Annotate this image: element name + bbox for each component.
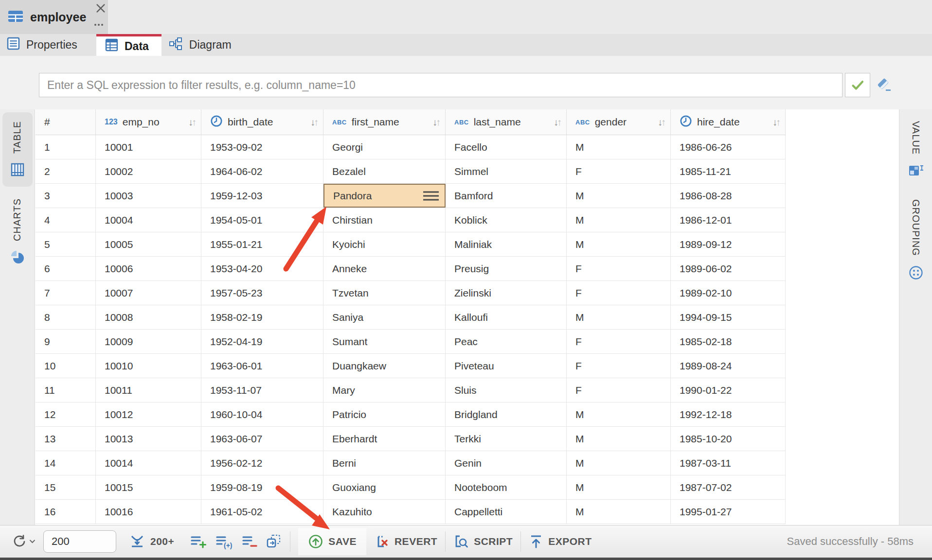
duplicate-row-button[interactable] bbox=[266, 534, 282, 549]
cell-last_name[interactable]: Preusig bbox=[446, 257, 567, 280]
row-number-cell[interactable]: 10 bbox=[36, 354, 96, 378]
row-number-cell[interactable]: 7 bbox=[36, 281, 96, 305]
cell-hire_date[interactable]: 1985-11-21 bbox=[671, 159, 786, 183]
cell-gender[interactable]: M bbox=[567, 232, 671, 256]
cell-gender[interactable]: F bbox=[567, 330, 671, 353]
cell-gender[interactable]: F bbox=[567, 354, 671, 378]
cell-emp_no[interactable]: 10005 bbox=[96, 232, 201, 256]
cell-first_name[interactable]: Mary bbox=[323, 378, 446, 402]
cell-hire_date[interactable]: 1995-01-27 bbox=[671, 500, 786, 524]
cell-emp_no[interactable]: 10016 bbox=[96, 500, 201, 524]
rail-item-table[interactable]: TABLE bbox=[2, 112, 33, 187]
cell-birth_date[interactable]: 1954-05-01 bbox=[201, 208, 323, 232]
row-number-cell[interactable]: 14 bbox=[36, 451, 96, 475]
row-number-cell[interactable]: 4 bbox=[36, 208, 96, 232]
cell-gender[interactable]: M bbox=[567, 475, 671, 499]
cell-emp_no[interactable]: 10011 bbox=[96, 378, 201, 402]
cell-gender[interactable]: M bbox=[567, 427, 671, 451]
row-number-cell[interactable]: 11 bbox=[36, 378, 96, 402]
cell-hire_date[interactable]: 1989-09-12 bbox=[671, 232, 786, 256]
column-header-gender[interactable]: ABCgender↓↑ bbox=[567, 109, 671, 135]
cell-last_name[interactable]: Peac bbox=[446, 330, 567, 353]
cell-hire_date[interactable]: 1990-01-22 bbox=[671, 378, 786, 402]
cell-last_name[interactable]: Sluis bbox=[446, 378, 567, 402]
cell-gender[interactable]: M bbox=[567, 135, 671, 159]
cell-emp_no[interactable]: 10007 bbox=[96, 281, 201, 305]
apply-filter-button[interactable] bbox=[845, 73, 870, 97]
cell-last_name[interactable]: Nooteboom bbox=[446, 475, 567, 499]
column-header-last_name[interactable]: ABClast_name↓↑ bbox=[446, 109, 567, 135]
cell-gender[interactable]: M bbox=[567, 305, 671, 329]
editor-tab-employee[interactable]: employee bbox=[0, 0, 108, 34]
cell-birth_date[interactable]: 1960-10-04 bbox=[201, 402, 323, 426]
column-header-birth_date[interactable]: birth_date↓↑ bbox=[201, 109, 323, 135]
cell-birth_date[interactable]: 1963-06-07 bbox=[201, 427, 323, 451]
cell-last_name[interactable]: Piveteau bbox=[446, 354, 567, 378]
row-number-cell[interactable]: 3 bbox=[36, 184, 96, 208]
cell-hire_date[interactable]: 1987-07-02 bbox=[671, 475, 786, 499]
add-multiple-rows-button[interactable]: (+) bbox=[215, 534, 233, 549]
cell-gender[interactable]: M bbox=[567, 184, 671, 208]
cell-emp_no[interactable]: 10008 bbox=[96, 305, 201, 329]
revert-button[interactable]: REVERT bbox=[374, 534, 437, 549]
export-button[interactable]: EXPORT bbox=[529, 534, 591, 549]
cell-hire_date[interactable]: 1986-08-28 bbox=[671, 184, 786, 208]
cell-birth_date[interactable]: 1964-06-02 bbox=[201, 159, 323, 183]
rail-item-grouping[interactable]: GROUPING bbox=[901, 191, 931, 290]
cell-gender[interactable]: F bbox=[567, 159, 671, 183]
row-number-cell[interactable]: 13 bbox=[36, 427, 96, 451]
cell-first_name[interactable]: Chirstian bbox=[323, 208, 446, 232]
cell-first_name[interactable]: Anneke bbox=[323, 257, 446, 280]
cell-last_name[interactable]: Zielinski bbox=[446, 281, 567, 305]
cell-gender[interactable]: M bbox=[567, 402, 671, 426]
cell-gender[interactable]: M bbox=[567, 500, 671, 524]
tab-diagram[interactable]: Diagram bbox=[161, 34, 244, 56]
row-number-cell[interactable]: 2 bbox=[36, 159, 96, 183]
cell-emp_no[interactable]: 10002 bbox=[96, 159, 201, 183]
cell-emp_no[interactable]: 10012 bbox=[96, 402, 201, 426]
cell-gender[interactable]: M bbox=[567, 208, 671, 232]
cell-emp_no[interactable]: 10003 bbox=[96, 184, 201, 208]
cell-hire_date[interactable]: 1989-08-24 bbox=[671, 354, 786, 378]
cell-first_name[interactable]: Eberhardt bbox=[323, 427, 446, 451]
cell-emp_no[interactable]: 10015 bbox=[96, 475, 201, 499]
cell-first_name[interactable]: Bezalel bbox=[323, 159, 446, 183]
tab-properties[interactable]: Properties bbox=[0, 34, 96, 56]
selected-cell-first_name[interactable]: Pandora bbox=[323, 184, 446, 208]
cell-first_name[interactable]: Georgi bbox=[323, 135, 446, 159]
script-button[interactable]: SCRIPT bbox=[453, 534, 513, 549]
cell-last_name[interactable]: Simmel bbox=[446, 159, 567, 183]
cell-emp_no[interactable]: 10006 bbox=[96, 257, 201, 280]
cell-hire_date[interactable]: 1985-02-18 bbox=[671, 330, 786, 353]
cell-birth_date[interactable]: 1963-06-01 bbox=[201, 354, 323, 378]
cell-hire_date[interactable]: 1985-10-20 bbox=[671, 427, 786, 451]
cell-hire_date[interactable]: 1994-09-15 bbox=[671, 305, 786, 329]
cell-gender[interactable]: M bbox=[567, 451, 671, 475]
row-number-cell[interactable]: 15 bbox=[36, 475, 96, 499]
column-header-first_name[interactable]: ABCfirst_name↓↑ bbox=[323, 109, 446, 135]
cell-last_name[interactable]: Genin bbox=[446, 451, 567, 475]
cell-birth_date[interactable]: 1956-02-12 bbox=[201, 451, 323, 475]
cell-emp_no[interactable]: 10004 bbox=[96, 208, 201, 232]
cell-last_name[interactable]: Kalloufi bbox=[446, 305, 567, 329]
refresh-button[interactable] bbox=[12, 534, 36, 549]
cell-birth_date[interactable]: 1957-05-23 bbox=[201, 281, 323, 305]
cell-gender[interactable]: F bbox=[567, 257, 671, 280]
row-number-cell[interactable]: 8 bbox=[36, 305, 96, 329]
cell-birth_date[interactable]: 1958-02-19 bbox=[201, 305, 323, 329]
cell-emp_no[interactable]: 10001 bbox=[96, 135, 201, 159]
column-header-emp_no[interactable]: 123emp_no↓↑ bbox=[96, 109, 201, 135]
cell-last_name[interactable]: Facello bbox=[446, 135, 567, 159]
tab-data[interactable]: Data bbox=[96, 34, 161, 56]
cell-emp_no[interactable]: 10009 bbox=[96, 330, 201, 353]
cell-first_name[interactable]: Tzvetan bbox=[323, 281, 446, 305]
cell-first_name[interactable]: Guoxiang bbox=[323, 475, 446, 499]
cell-first_name[interactable]: Saniya bbox=[323, 305, 446, 329]
cell-first_name[interactable]: Berni bbox=[323, 451, 446, 475]
cell-last_name[interactable]: Maliniak bbox=[446, 232, 567, 256]
cell-last_name[interactable]: Bridgland bbox=[446, 402, 567, 426]
row-number-cell[interactable]: 1 bbox=[36, 135, 96, 159]
cell-first_name[interactable]: Kazuhito bbox=[323, 500, 446, 524]
save-button[interactable]: SAVE bbox=[298, 528, 366, 555]
cell-hire_date[interactable]: 1987-03-11 bbox=[671, 451, 786, 475]
